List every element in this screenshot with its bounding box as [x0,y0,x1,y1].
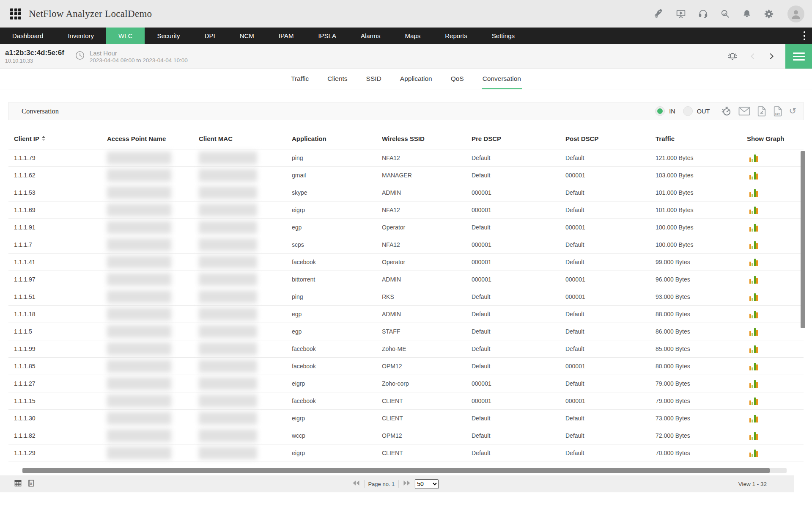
show-graph-icon[interactable] [749,154,758,162]
alarm-alert-icon[interactable] [726,50,739,62]
prev-device-chevron-icon[interactable] [748,51,757,62]
column-header-client-mac[interactable]: Client MAC [199,135,292,142]
column-header-access-point-name[interactable]: Access Point Name [107,135,199,142]
show-graph-icon[interactable] [749,449,758,457]
direction-out-radio[interactable] [683,106,693,116]
cell-application: skype [292,189,382,196]
app-launcher-icon[interactable] [10,8,21,19]
column-header-post-dscp[interactable]: Post DSCP [565,135,656,142]
sort-indicator-icon[interactable] [42,136,45,141]
nav-item-alarms[interactable]: Alarms [348,28,393,44]
column-header-traffic[interactable]: Traffic [656,135,747,142]
table-row: 1.1.1.30 eigrp CLIENT Default Default 73… [8,409,804,427]
presentation-icon[interactable] [675,8,686,19]
horizontal-scrollbar[interactable] [22,468,787,473]
cell-application: ping [292,155,382,161]
export-excel-icon[interactable]: X [27,479,35,489]
user-avatar[interactable] [787,6,804,22]
email-report-icon[interactable] [738,106,751,116]
column-header-client-ip[interactable]: Client IP [14,135,107,142]
settings-gear-icon[interactable] [763,8,774,19]
cell-access-point-redacted [107,152,171,164]
show-graph-icon[interactable] [749,397,758,405]
cell-pre-dscp: 000001 [472,398,565,404]
nav-item-maps[interactable]: Maps [393,28,433,44]
nav-item-ipam[interactable]: IPAM [266,28,306,44]
nav-item-wlc[interactable]: WLC [106,28,145,44]
svg-text:csv: csv [775,112,780,115]
show-graph-icon[interactable] [749,293,758,301]
show-graph-icon[interactable] [749,275,758,284]
nav-item-dpi[interactable]: DPI [192,28,228,44]
main-nav: Dashboard Inventory WLC Security DPI NCM… [0,28,812,44]
column-header-application[interactable]: Application [292,135,382,142]
tab-clients[interactable]: Clients [326,70,348,89]
show-graph-icon[interactable] [749,379,758,388]
export-pdf-icon[interactable] [757,106,767,117]
show-graph-icon[interactable] [749,414,758,422]
cell-client-mac-redacted [199,256,257,268]
device-mac: a1:2b:3c:4d:5e:6f [5,49,64,57]
cell-client-mac-redacted [199,238,257,251]
direction-in-radio[interactable] [655,106,665,116]
tab-ssid[interactable]: SSID [365,70,382,89]
headset-icon[interactable] [698,8,708,19]
tab-application[interactable]: Application [399,70,433,89]
time-range-picker[interactable]: Last Hour 2023-04-04 09:00 to 2023-04-04… [74,50,188,64]
tab-conversation[interactable]: Conversation [482,70,522,89]
refresh-icon[interactable]: ↺ [789,107,796,116]
tab-traffic[interactable]: Traffic [290,70,310,89]
nav-item-security[interactable]: Security [145,28,192,44]
cell-client-ip: 1.1.1.82 [14,432,107,439]
vertical-scrollbar-thumb[interactable] [801,151,805,328]
table-footer: X Page no. 1 50 View 1 - 32 [0,475,794,492]
page-size-select[interactable]: 50 [415,479,439,489]
show-graph-icon[interactable] [749,188,758,197]
cell-application: eigrp [292,207,382,213]
notification-bell-icon[interactable] [742,8,752,19]
nav-overflow-kebab-icon[interactable] [797,28,812,44]
table-view-icon[interactable] [14,479,22,489]
cell-wireless-ssid: NFA12 [382,207,472,213]
cell-client-ip: 1.1.1.79 [14,155,107,161]
cell-traffic: 100.000 Bytes [656,224,747,231]
show-graph-icon[interactable] [749,345,758,353]
export-csv-icon[interactable]: csv [773,106,783,117]
show-graph-icon[interactable] [749,431,758,440]
cell-access-point-redacted [107,447,171,459]
nav-item-ncm[interactable]: NCM [228,28,266,44]
rocket-icon[interactable] [653,8,664,19]
show-graph-icon[interactable] [749,206,758,214]
app-title: NetFlow Analyzer LocalDemo [29,8,152,19]
nav-item-ipsla[interactable]: IPSLA [306,28,348,44]
column-header-wireless-ssid[interactable]: Wireless SSID [382,135,472,142]
device-menu-hamburger-button[interactable] [785,44,812,69]
schedule-timer-icon[interactable] [721,105,732,117]
show-graph-icon[interactable] [749,223,758,232]
show-graph-icon[interactable] [749,327,758,336]
horizontal-scrollbar-thumb[interactable] [22,468,770,473]
cell-post-dscp: Default [565,415,656,422]
column-header-show-graph[interactable]: Show Graph [747,135,804,142]
show-graph-icon[interactable] [749,171,758,179]
cell-pre-dscp: 000001 [472,241,565,248]
nav-item-dashboard[interactable]: Dashboard [0,28,55,44]
nav-item-reports[interactable]: Reports [433,28,480,44]
cell-traffic: 93.000 Bytes [656,293,747,300]
previous-page-button[interactable] [351,480,360,488]
table-row: 1.1.1.5 egp STAFF Default Default 86.000… [8,323,804,340]
search-icon[interactable] [720,8,730,19]
cell-pre-dscp: Default [472,450,565,456]
cell-wireless-ssid: OPM12 [382,363,472,370]
nav-item-inventory[interactable]: Inventory [55,28,106,44]
show-graph-icon[interactable] [749,310,758,318]
tab-qos[interactable]: QoS [450,70,465,89]
next-page-button[interactable] [403,480,411,488]
show-graph-icon[interactable] [749,258,758,266]
cell-application: facebook [292,363,382,370]
next-device-chevron-icon[interactable] [767,51,776,62]
column-header-pre-dscp[interactable]: Pre DSCP [472,135,565,142]
show-graph-icon[interactable] [749,240,758,249]
nav-item-settings[interactable]: Settings [480,28,527,44]
show-graph-icon[interactable] [749,362,758,370]
